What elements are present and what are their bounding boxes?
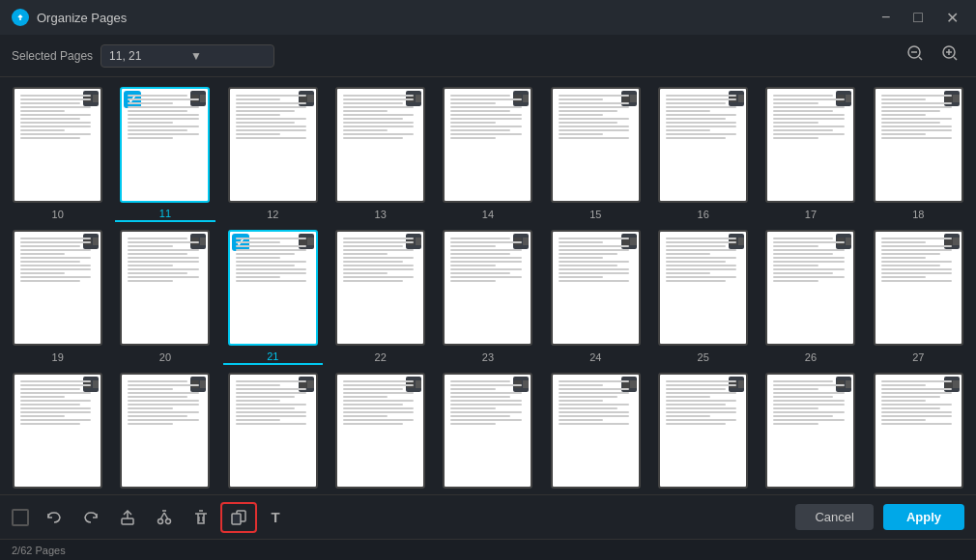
page-item[interactable]: 33 bbox=[546, 373, 646, 494]
close-button[interactable]: ✕ bbox=[940, 7, 964, 29]
page-thumbnail bbox=[765, 373, 855, 489]
page-content-lines bbox=[343, 95, 417, 195]
page-item[interactable]: 19 bbox=[8, 230, 107, 365]
extract-button[interactable] bbox=[110, 502, 145, 533]
page-item[interactable]: 28 bbox=[8, 373, 107, 494]
selected-pages-value: 11, 21 bbox=[109, 49, 185, 63]
page-thumbnail bbox=[443, 373, 532, 489]
page-item[interactable]: 13 bbox=[330, 87, 430, 222]
page-item[interactable]: 34 bbox=[653, 373, 753, 494]
zoom-controls bbox=[901, 42, 964, 69]
delete-button[interactable] bbox=[184, 502, 218, 533]
page-item[interactable]: 32 bbox=[438, 373, 537, 494]
page-content-lines bbox=[773, 95, 847, 195]
page-number-label: 12 bbox=[223, 207, 323, 222]
main-content: 10✓11121314151617181920✓2122232425262728… bbox=[0, 77, 976, 494]
page-item[interactable]: 10 bbox=[8, 87, 107, 222]
cancel-button[interactable]: Cancel bbox=[795, 504, 873, 530]
page-thumbnail: ✓ bbox=[120, 87, 210, 203]
text-button[interactable]: T bbox=[259, 502, 292, 533]
page-content-lines bbox=[236, 238, 310, 338]
page-item[interactable]: ✓11 bbox=[115, 87, 215, 222]
minimize-button[interactable]: − bbox=[876, 7, 896, 29]
page-item[interactable]: 29 bbox=[115, 373, 215, 494]
copy-button[interactable] bbox=[220, 502, 257, 533]
window-title: Organize Pages bbox=[37, 11, 868, 25]
page-item[interactable]: 36 bbox=[869, 373, 968, 494]
pages-grid: 10✓11121314151617181920✓2122232425262728… bbox=[8, 87, 968, 494]
page-number-label: 11 bbox=[115, 207, 215, 222]
page-item[interactable]: 23 bbox=[438, 230, 537, 365]
page-number-label: 17 bbox=[761, 207, 860, 222]
page-item[interactable]: 31 bbox=[330, 373, 430, 494]
page-thumbnail bbox=[228, 373, 318, 489]
app-icon bbox=[12, 9, 29, 26]
undo-button[interactable] bbox=[37, 502, 72, 533]
page-thumbnail bbox=[335, 87, 425, 203]
page-number-label: 25 bbox=[653, 350, 753, 365]
page-content-lines bbox=[450, 95, 525, 195]
page-thumbnail bbox=[13, 230, 102, 346]
page-content-lines bbox=[450, 238, 525, 338]
page-thumbnail bbox=[443, 230, 532, 346]
page-thumbnail bbox=[874, 87, 963, 203]
page-content-lines bbox=[343, 380, 417, 481]
page-content-lines bbox=[20, 95, 95, 195]
page-item[interactable]: 12 bbox=[223, 87, 323, 222]
cut-button[interactable] bbox=[147, 502, 182, 533]
page-number-label: 21 bbox=[223, 350, 323, 365]
page-item[interactable]: 30 bbox=[223, 373, 323, 494]
page-item[interactable]: 24 bbox=[546, 230, 646, 365]
page-thumbnail bbox=[658, 373, 748, 489]
page-content-lines bbox=[236, 380, 310, 481]
page-number-label: 15 bbox=[546, 207, 646, 222]
page-thumbnail bbox=[443, 87, 532, 203]
svg-point-38 bbox=[166, 518, 171, 523]
page-item[interactable]: 27 bbox=[869, 230, 968, 365]
page-item[interactable]: 17 bbox=[761, 87, 860, 222]
select-all-checkbox[interactable] bbox=[12, 509, 29, 526]
svg-rect-35 bbox=[122, 518, 133, 524]
page-item[interactable]: 25 bbox=[653, 230, 753, 365]
svg-line-39 bbox=[160, 513, 164, 519]
bottom-toolbar: T Cancel Apply bbox=[0, 494, 976, 539]
page-content-lines bbox=[881, 238, 956, 338]
top-bar: Selected Pages 11, 21 ▼ bbox=[0, 35, 976, 77]
maximize-button[interactable]: □ bbox=[907, 7, 929, 29]
page-thumbnail bbox=[765, 230, 855, 346]
page-thumbnail: ✓ bbox=[228, 230, 318, 346]
page-item[interactable]: 35 bbox=[761, 373, 860, 494]
page-content-lines bbox=[128, 238, 202, 338]
zoom-in-button[interactable] bbox=[935, 42, 964, 69]
page-content-lines bbox=[128, 380, 202, 481]
page-thumbnail bbox=[765, 87, 855, 203]
svg-line-3 bbox=[919, 57, 922, 60]
page-content-lines bbox=[773, 238, 847, 338]
page-item[interactable]: 26 bbox=[761, 230, 860, 365]
page-item[interactable]: 18 bbox=[869, 87, 968, 222]
page-thumbnail bbox=[228, 87, 318, 203]
status-bar: 2/62 Pages bbox=[0, 539, 976, 560]
page-number-label: 27 bbox=[869, 350, 968, 365]
page-number-label: 24 bbox=[546, 350, 646, 365]
apply-button[interactable]: Apply bbox=[883, 504, 964, 530]
zoom-out-button[interactable] bbox=[901, 42, 930, 69]
pages-grid-container[interactable]: 10✓11121314151617181920✓2122232425262728… bbox=[0, 77, 976, 494]
page-content-lines bbox=[559, 238, 633, 338]
page-item[interactable]: 16 bbox=[653, 87, 753, 222]
page-item[interactable]: 20 bbox=[115, 230, 215, 365]
page-thumbnail bbox=[874, 230, 963, 346]
page-item[interactable]: 15 bbox=[546, 87, 646, 222]
page-item[interactable]: ✓21 bbox=[223, 230, 323, 365]
page-number-label: 20 bbox=[115, 350, 215, 365]
redo-button[interactable] bbox=[73, 502, 108, 533]
page-item[interactable]: 14 bbox=[438, 87, 537, 222]
page-content-lines bbox=[666, 238, 740, 338]
page-thumbnail bbox=[335, 230, 425, 346]
svg-point-37 bbox=[158, 518, 163, 523]
page-content-lines bbox=[128, 95, 202, 195]
page-thumbnail bbox=[13, 373, 102, 489]
selected-pages-dropdown[interactable]: 11, 21 ▼ bbox=[100, 44, 274, 68]
dropdown-arrow-icon: ▼ bbox=[190, 49, 266, 63]
page-item[interactable]: 22 bbox=[330, 230, 430, 365]
